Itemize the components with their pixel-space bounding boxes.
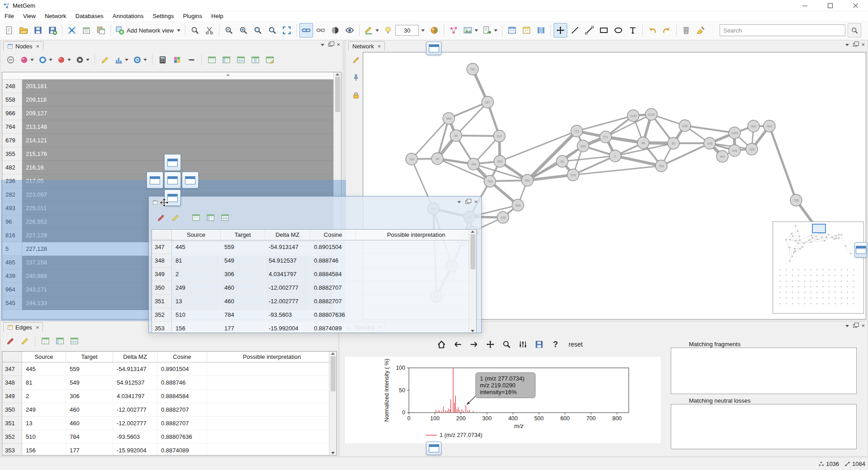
column-header-cosine[interactable]: Cosine	[157, 352, 207, 362]
floating-menu-icon[interactable]	[457, 201, 461, 203]
draw-text-button[interactable]	[626, 23, 640, 38]
shrink-column-button[interactable]	[4, 52, 17, 67]
floating-close-icon[interactable]: ×	[474, 200, 478, 204]
menu-databases[interactable]: Databases	[71, 12, 108, 20]
column-header-delta-mz[interactable]: Delta MZ	[113, 352, 157, 362]
cut-button[interactable]	[203, 23, 216, 38]
export-network-button[interactable]	[447, 23, 460, 38]
table-row[interactable]: 350249460-12.0027770.8882707	[2, 403, 337, 417]
column-header-source[interactable]: Source	[172, 230, 221, 240]
highlight-red-button[interactable]	[4, 334, 17, 348]
map-column-dropdown-icon[interactable]	[143, 59, 147, 61]
pan-button[interactable]	[484, 337, 497, 352]
node-size-dropdown-icon[interactable]	[421, 29, 425, 32]
column-header-cosine[interactable]: Cosine	[310, 230, 356, 240]
back-button[interactable]	[451, 337, 465, 352]
node-size-value[interactable]: 30	[395, 25, 419, 36]
nodes-tab-menu-icon[interactable]	[321, 44, 324, 46]
edges-tab-close-icon[interactable]: ×	[36, 324, 39, 331]
node-color-button[interactable]	[362, 23, 381, 38]
table-row[interactable]: 347445559-54.9131470.8901504	[152, 240, 476, 254]
annotate-button[interactable]	[349, 53, 363, 67]
lock-view-button[interactable]	[349, 88, 363, 103]
edit-table-button[interactable]	[263, 52, 276, 67]
link-views-button[interactable]	[314, 23, 327, 38]
nodes-tab-close-icon[interactable]: ×	[36, 43, 40, 50]
export-metadata-button[interactable]	[481, 23, 499, 38]
dock-indicator-window-top[interactable]	[426, 42, 441, 55]
table-row[interactable]: 353156177-15.9920040.8874089	[2, 444, 337, 456]
help-button[interactable]: ?	[549, 337, 562, 352]
tab-edges[interactable]: Edges ×	[3, 322, 43, 332]
table-row[interactable]: 3488154954.9125370.888746	[2, 376, 337, 390]
configure-plot-button[interactable]	[516, 337, 530, 352]
table-row[interactable]: 352510784-93.56030.88807636	[152, 308, 476, 322]
column-header-delta-mz[interactable]: Delta MZ	[265, 230, 310, 240]
add-network-view-button[interactable]: Add Network view	[114, 23, 182, 38]
view-selected-columns-button[interactable]	[204, 210, 217, 225]
floating-window-titlebar[interactable]: Edges ×	[149, 197, 481, 208]
minimap[interactable]	[773, 221, 864, 314]
table-row[interactable]: 352510784-93.56030.88807636	[2, 430, 337, 444]
highlight-yellow-button[interactable]	[18, 334, 32, 348]
node-color-dropdown-icon[interactable]	[375, 29, 379, 32]
open-project-button[interactable]	[17, 23, 30, 38]
table-row[interactable]: 350249460-12.0027770.8882707	[152, 281, 476, 295]
view-filtered-rows-button[interactable]	[234, 52, 247, 67]
home-button[interactable]	[435, 337, 448, 352]
formula-button[interactable]	[156, 52, 169, 67]
fullscreen-button[interactable]	[280, 23, 294, 38]
save-project-as-button[interactable]	[46, 23, 59, 38]
column-header-possible-interpretation[interactable]: Possible interpretation	[356, 230, 476, 240]
subtract-button[interactable]	[185, 52, 198, 67]
dock-indicator-center[interactable]	[164, 172, 181, 188]
search-input[interactable]	[720, 24, 845, 36]
size-by-column-dropdown-icon[interactable]	[49, 59, 52, 61]
floating-float-icon[interactable]	[465, 200, 470, 204]
menu-view[interactable]: View	[19, 12, 40, 20]
column-header-target[interactable]: Target	[66, 352, 113, 362]
table-row[interactable]: 764213,148	[2, 120, 341, 134]
add-network-view-dropdown-icon[interactable]	[177, 29, 180, 32]
save-figure-button[interactable]	[532, 337, 546, 352]
table-row[interactable]: 35113460-12.0027770.8882707	[152, 295, 476, 308]
zoom-fit-button[interactable]	[266, 23, 279, 38]
dock-indicator-top[interactable]	[164, 154, 181, 171]
new-project-button[interactable]	[2, 23, 16, 38]
tab-network[interactable]: Network ×	[348, 41, 385, 51]
highlight-column-button[interactable]	[98, 52, 112, 67]
draw-rect-button[interactable]	[597, 23, 611, 38]
floating-edges-table[interactable]: SourceTargetDelta MZCosinePossible inter…	[152, 229, 477, 333]
menu-annotations[interactable]: Annotations	[108, 12, 148, 20]
matching-fragments-box[interactable]	[671, 348, 857, 394]
zoom-selection-button[interactable]	[251, 23, 265, 38]
view-selected-columns-button[interactable]	[53, 334, 66, 348]
scroll-up-icon[interactable]	[331, 352, 335, 355]
menu-settings[interactable]: Settings	[148, 12, 178, 20]
close-button[interactable]	[843, 0, 868, 11]
table-row[interactable]: 35113460-12.0027770.8882707	[2, 417, 337, 430]
color-by-column-dropdown-icon[interactable]	[30, 59, 34, 61]
pie-by-column-button[interactable]	[74, 52, 91, 67]
link-selection-button[interactable]	[299, 23, 313, 38]
spectra-float-icon[interactable]	[853, 324, 857, 328]
zoom-in-button[interactable]	[237, 23, 250, 38]
open-nodes-table-button[interactable]	[505, 23, 519, 38]
edges-table[interactable]: SourceTargetDelta MZCosinePossible inter…	[2, 351, 337, 456]
column-header-target[interactable]: Target	[221, 230, 265, 240]
cluster-colors-button[interactable]	[170, 52, 184, 67]
draw-ellipse-button[interactable]	[612, 23, 625, 38]
export-image-button[interactable]	[461, 23, 480, 38]
spectrum-figure[interactable]: 0100200300400500600700800050100Normalize…	[345, 357, 661, 443]
move-tool-button[interactable]	[554, 23, 567, 38]
show-all-button[interactable]	[343, 23, 356, 38]
import-metadata-button[interactable]	[80, 23, 93, 38]
table-row[interactable]: 966209,127	[2, 107, 341, 120]
maximize-button[interactable]	[817, 0, 843, 11]
zoom-button[interactable]	[500, 337, 513, 352]
scroll-down-icon[interactable]	[331, 452, 335, 454]
nodes-column-header[interactable]	[2, 72, 341, 80]
scrollbar-thumb[interactable]	[335, 77, 340, 112]
table-row[interactable]: 558209,118	[2, 93, 341, 107]
column-header-source[interactable]: Source	[22, 352, 66, 362]
